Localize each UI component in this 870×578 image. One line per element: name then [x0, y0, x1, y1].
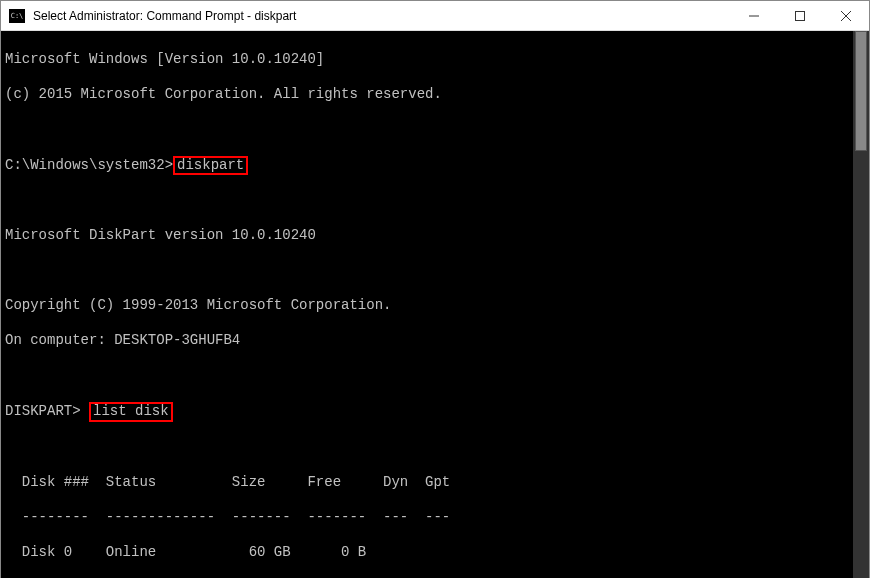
titlebar[interactable]: Select Administrator: Command Prompt - d… [1, 1, 869, 31]
output-line: Copyright (C) 1999-2013 Microsoft Corpor… [5, 297, 849, 315]
scrollbar-thumb[interactable] [855, 31, 867, 151]
output-line: Microsoft DiskPart version 10.0.10240 [5, 227, 849, 245]
output-line: (c) 2015 Microsoft Corporation. All righ… [5, 86, 849, 104]
svg-rect-1 [796, 11, 805, 20]
scrollbar[interactable] [853, 31, 869, 578]
cmd-icon [9, 9, 25, 23]
terminal-output[interactable]: Microsoft Windows [Version 10.0.10240] (… [1, 31, 853, 578]
table-row: Disk 0 Online 60 GB 0 B [5, 544, 849, 562]
terminal-area: Microsoft Windows [Version 10.0.10240] (… [1, 31, 869, 578]
maximize-button[interactable] [777, 1, 823, 30]
command-prompt-window: Select Administrator: Command Prompt - d… [0, 0, 870, 578]
table-divider: -------- ------------- ------- ------- -… [5, 509, 849, 527]
window-controls [731, 1, 869, 30]
prompt: C:\Windows\system32> [5, 157, 173, 173]
minimize-button[interactable] [731, 1, 777, 30]
window-title: Select Administrator: Command Prompt - d… [33, 9, 731, 23]
highlighted-command: diskpart [173, 156, 248, 175]
output-line: On computer: DESKTOP-3GHUFB4 [5, 332, 849, 350]
highlighted-command: list disk [89, 402, 173, 421]
table-header: Disk ### Status Size Free Dyn Gpt [5, 474, 849, 492]
close-button[interactable] [823, 1, 869, 30]
output-line: Microsoft Windows [Version 10.0.10240] [5, 51, 849, 69]
prompt: DISKPART> [5, 403, 89, 419]
